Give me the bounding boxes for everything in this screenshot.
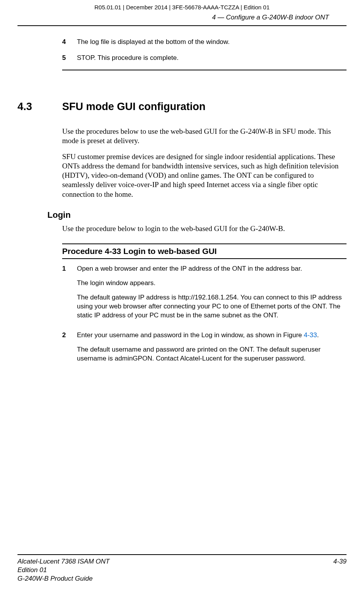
procedure-end-rule [62,70,347,70]
section-number: 4.3 [17,101,62,113]
step-text: The default username and password are pr… [77,345,347,363]
previous-step-5: 5 STOP. This procedure is complete. [62,54,347,63]
previous-step-4: 4 The log file is displayed at the botto… [62,38,347,47]
step-text: The default gateway IP address is http:/… [77,293,347,320]
step-text-pre: Enter your username and password in the … [77,331,304,339]
section-paragraph-2: SFU customer premise devices are designe… [62,152,347,200]
subsection-heading-login: Login [47,210,347,220]
procedure-step-2: 2 Enter your username and password in th… [62,331,347,369]
step-text: The login window appears. [77,279,347,288]
chapter-header: 4 — Configure a G-240W-B indoor ONT [17,14,347,26]
page-footer: Alcatel-Lucent 7368 ISAM ONT Edition 01 … [0,554,364,590]
step-number: 4 [62,38,77,47]
step-text: Open a web browser and enter the IP addr… [77,264,347,273]
section-title: SFU mode GUI configuration [62,101,206,113]
doc-header-top: R05.01.01 | December 2014 | 3FE-56678-AA… [0,0,364,14]
step-number: 1 [62,264,77,326]
step-text-post: . [317,331,319,339]
footer-guide: G-240W-B Product Guide [17,574,110,583]
procedure-step-1: 1 Open a web browser and enter the IP ad… [62,264,347,326]
step-number: 5 [62,54,77,63]
section-paragraph-1: Use the procedures below to use the web-… [62,127,347,146]
footer-product: Alcatel-Lucent 7368 ISAM ONT [17,557,110,566]
step-text: STOP. This procedure is complete. [77,54,347,63]
footer-edition: Edition 01 [17,566,110,574]
section-heading: 4.3 SFU mode GUI configuration [17,101,347,113]
login-paragraph: Use the procedure below to login to the … [62,224,347,233]
footer-rule [17,554,347,555]
step-text: Enter your username and password in the … [77,331,347,340]
step-text: The log file is displayed at the bottom … [77,38,347,47]
figure-xref[interactable]: 4-33 [304,331,317,339]
procedure-title: Procedure 4-33 Login to web-based GUI [62,243,347,259]
page-number: 4-39 [333,557,347,583]
step-number: 2 [62,331,77,369]
